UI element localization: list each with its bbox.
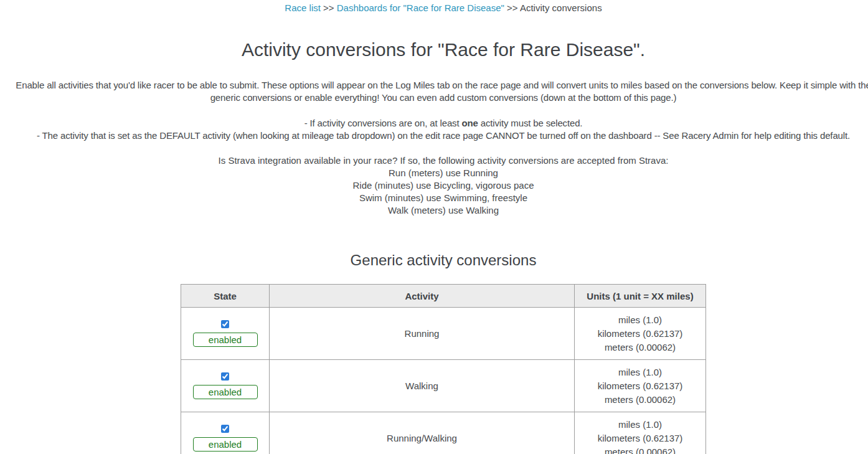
state-cell: enabled — [181, 308, 270, 360]
state-checkbox[interactable] — [221, 425, 229, 433]
column-header-state: State — [181, 285, 270, 308]
page-wrapper: Race list >> Dashboards for "Race for Ra… — [0, 0, 868, 454]
state-cell: enabled — [181, 412, 270, 454]
enabled-button[interactable]: enabled — [193, 385, 258, 399]
column-header-activity: Activity — [270, 285, 575, 308]
section-heading: Generic activity conversions — [0, 252, 868, 269]
units-cell: miles (1.0)kilometers (0.62137)meters (0… — [575, 412, 706, 454]
breadcrumb-link-race-list[interactable]: Race list — [285, 2, 321, 13]
strava-info: Is Strava integration available in your … — [0, 154, 868, 217]
unit-conversion: meters (0.00062) — [575, 445, 705, 454]
table-row: enabled Running miles (1.0)kilometers (0… — [181, 308, 706, 360]
strava-heading: Is Strava integration available in your … — [0, 154, 868, 167]
units-cell: miles (1.0)kilometers (0.62137)meters (0… — [575, 308, 706, 360]
strava-conversion: Swim (minutes) use Swimming, freestyle — [0, 192, 868, 204]
table-row: enabled Walking miles (1.0)kilometers (0… — [181, 360, 706, 412]
intro-line: Enable all activities that you'd like ra… — [0, 79, 868, 92]
table-header-row: State Activity Units (1 unit = XX miles) — [181, 285, 706, 308]
activity-cell: Running/Walking — [270, 412, 575, 454]
state-checkbox[interactable] — [221, 372, 229, 381]
breadcrumb-current: Activity conversions — [520, 2, 602, 13]
strava-conversion: Run (meters) use Running — [0, 167, 868, 179]
activity-cell: Walking — [270, 360, 575, 412]
conversions-table: State Activity Units (1 unit = XX miles)… — [181, 284, 706, 454]
unit-conversion: meters (0.00062) — [575, 341, 705, 354]
unit-conversion: kilometers (0.62137) — [575, 432, 705, 445]
unit-conversion: kilometers (0.62137) — [575, 379, 705, 393]
unit-conversion: meters (0.00062) — [575, 393, 705, 407]
unit-conversion: miles (1.0) — [575, 313, 705, 327]
breadcrumb-separator: >> — [507, 2, 518, 13]
breadcrumb: Race list >> Dashboards for "Race for Ra… — [0, 0, 868, 14]
table-row: enabled Running/Walking miles (1.0)kilom… — [181, 412, 706, 454]
unit-conversion: miles (1.0) — [575, 418, 705, 432]
breadcrumb-link-dashboards[interactable]: Dashboards for "Race for Rare Disease" — [337, 2, 504, 13]
activity-cell: Running — [270, 308, 575, 360]
strava-conversion: Walk (meters) use Walking — [0, 204, 868, 217]
breadcrumb-separator: >> — [323, 2, 334, 13]
page-title: Activity conversions for "Race for Rare … — [0, 39, 868, 61]
intro-paragraph: Enable all activities that you'd like ra… — [0, 79, 868, 104]
intro-line: generic conversions or enable everything… — [0, 92, 868, 104]
note-default-activity: - The activity that is set as the DEFAUL… — [0, 130, 868, 142]
note-bold-one: one — [461, 118, 478, 128]
state-checkbox[interactable] — [221, 320, 229, 328]
strava-conversion: Ride (minutes) use Bicycling, vigorous p… — [0, 179, 868, 192]
unit-conversion: miles (1.0) — [575, 366, 705, 379]
units-cell: miles (1.0)kilometers (0.62137)meters (0… — [575, 360, 706, 412]
notes: - If activity conversions are on, at lea… — [0, 117, 868, 142]
enabled-button[interactable]: enabled — [193, 333, 258, 347]
state-cell: enabled — [181, 360, 270, 412]
note-min-activity: - If activity conversions are on, at lea… — [0, 117, 868, 130]
enabled-button[interactable]: enabled — [193, 437, 258, 452]
unit-conversion: kilometers (0.62137) — [575, 327, 705, 341]
column-header-units: Units (1 unit = XX miles) — [575, 285, 706, 308]
